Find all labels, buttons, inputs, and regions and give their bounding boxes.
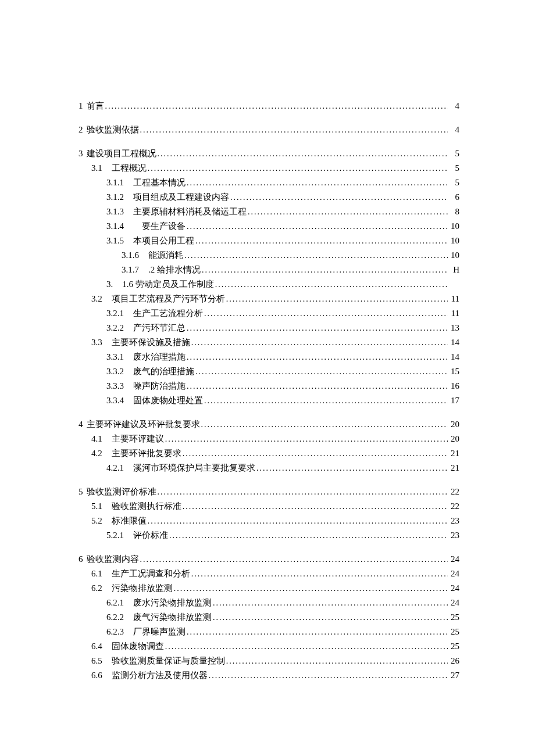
toc-entry-page: 10 bbox=[449, 222, 459, 231]
toc-entry-page: 6 bbox=[449, 193, 459, 202]
toc-entry-page: 4 bbox=[449, 102, 459, 110]
toc-entry-title: 验收监测执行标准 bbox=[112, 502, 181, 511]
toc-entry-number: 3.3.2 bbox=[106, 367, 124, 376]
toc-entry-page: 24 bbox=[449, 569, 459, 578]
toc-entry-number: 3. bbox=[106, 280, 113, 289]
toc-entry-number: 3.3.4 bbox=[106, 396, 124, 405]
toc-leader-dots bbox=[215, 281, 448, 289]
toc-entry-page: 11 bbox=[449, 309, 459, 318]
toc-entry: 3.2.1生产工艺流程分析11 bbox=[79, 309, 459, 318]
toc-leader-dots bbox=[184, 252, 448, 260]
toc-page: 1前言42验收监测依据43建设项目工程概况53.1工程概况53.1.1工程基本情… bbox=[0, 0, 535, 756]
toc-entry-page: 25 bbox=[449, 642, 459, 651]
toc-entry-page: 14 bbox=[449, 338, 459, 347]
toc-entry: 1前言4 bbox=[79, 102, 459, 110]
toc-entry: 3.1.6 劳动定员及工作制度 bbox=[79, 280, 459, 289]
toc-entry: 3.1工程概况5 bbox=[79, 164, 459, 173]
toc-leader-dots bbox=[158, 488, 448, 496]
toc-entry-number: 4.2 bbox=[91, 449, 102, 458]
toc-entry-page: 24 bbox=[449, 555, 459, 564]
toc-leader-dots bbox=[256, 464, 448, 472]
toc-leader-dots bbox=[105, 102, 448, 110]
toc-entry: 5.2标准限值23 bbox=[79, 517, 459, 525]
toc-entry-title: 验收监测依据 bbox=[87, 126, 139, 134]
toc-entry-page: 11 bbox=[449, 295, 459, 303]
toc-leader-dots bbox=[202, 266, 448, 274]
toc-entry-number: 6.2.3 bbox=[106, 628, 124, 636]
toc-leader-dots bbox=[187, 223, 448, 231]
toc-entry: 3.1.4 要生产设备10 bbox=[79, 222, 459, 231]
toc-entry: 6.1生产工况调查和分析24 bbox=[79, 569, 459, 578]
toc-entry: 3.1.6能源消耗10 bbox=[79, 251, 459, 260]
toc-entry: 3.2项目工艺流程及产污环节分析11 bbox=[79, 295, 459, 303]
toc-entry: 6.2.2废气污染物排放监测25 bbox=[79, 613, 459, 622]
toc-leader-dots bbox=[213, 599, 448, 607]
toc-entry-number: 4 bbox=[79, 420, 83, 429]
toc-entry-title: 产污环节汇总 bbox=[133, 324, 186, 332]
toc-leader-dots bbox=[165, 643, 448, 651]
toc-entry: 3.2.2产污环节汇总13 bbox=[79, 324, 459, 332]
toc-entry-number: 3.3.3 bbox=[106, 382, 124, 390]
toc-entry-page: 16 bbox=[449, 382, 459, 390]
toc-leader-dots bbox=[140, 556, 448, 564]
toc-leader-dots bbox=[201, 421, 448, 429]
toc-leader-dots bbox=[204, 310, 448, 318]
toc-entry: 4.2主要环评批复要求21 bbox=[79, 449, 459, 458]
toc-entry-title: 生产工艺流程分析 bbox=[133, 309, 203, 318]
toc-entry: 4.1主要环评建议20 bbox=[79, 435, 459, 443]
toc-entry-title: 监测分析方法及使用仪器 bbox=[112, 671, 208, 680]
toc-entry-page: 20 bbox=[449, 420, 459, 429]
toc-leader-dots bbox=[187, 628, 448, 636]
toc-entry: 3.1.3主要原辅材料消耗及储运工程8 bbox=[79, 207, 459, 216]
toc-entry-number: 5.1 bbox=[91, 502, 102, 511]
toc-entry: 3.3.1废水治理措施14 bbox=[79, 353, 459, 361]
toc-entry-title: 验收监测质量保证与质量控制 bbox=[112, 657, 225, 665]
toc-entry-number: 5.2 bbox=[91, 517, 102, 525]
toc-entry: 4.2.1溪河市环境保护局主要批复要求21 bbox=[79, 464, 459, 472]
toc-entry: 5.1验收监测执行标准22 bbox=[79, 502, 459, 511]
toc-entry: 3.1.1工程基本情况5 bbox=[79, 178, 459, 187]
toc-leader-dots bbox=[158, 150, 448, 158]
toc-entry-title: 本项目公用工程 bbox=[133, 237, 194, 245]
toc-entry-number: 2 bbox=[79, 126, 83, 134]
toc-entry-number: 3.1.4 bbox=[106, 222, 124, 231]
toc-entry-page: 26 bbox=[449, 657, 459, 665]
toc-entry: 4主要环评建议及环评批复要求20 bbox=[79, 420, 459, 429]
toc-leader-dots bbox=[187, 382, 448, 390]
toc-entry-number: 3.2.2 bbox=[106, 324, 124, 332]
toc-entry-title: .2 给排水情况 bbox=[148, 266, 201, 274]
toc-entry-page: 10 bbox=[449, 237, 459, 245]
toc-leader-dots bbox=[230, 194, 448, 202]
toc-entry-page: 25 bbox=[449, 613, 459, 622]
toc-entry-page: 24 bbox=[449, 599, 459, 607]
toc-entry-title: 溪河市环境保护局主要批复要求 bbox=[133, 464, 255, 472]
toc-entry-title: 噪声防治措施 bbox=[133, 382, 186, 390]
toc-entry-title: 废气污染物排放监测 bbox=[133, 613, 212, 622]
toc-entry-number: 4.2.1 bbox=[106, 464, 124, 472]
toc-entry-number: 6 bbox=[79, 555, 83, 564]
toc-entry: 6.6监测分析方法及使用仪器27 bbox=[79, 671, 459, 680]
toc-leader-dots bbox=[195, 237, 448, 245]
toc-entry-title: 固体废物处理处置 bbox=[133, 396, 203, 405]
toc-entry: 3.3.4固体废物处理处置17 bbox=[79, 396, 459, 405]
toc-entry: 6.2污染物排放监测24 bbox=[79, 584, 459, 593]
toc-entry-title: 废水污染物排放监测 bbox=[133, 599, 212, 607]
toc-entry: 6.4固体废物调查25 bbox=[79, 642, 459, 651]
toc-leader-dots bbox=[140, 126, 448, 134]
toc-entry-title: 工程基本情况 bbox=[133, 178, 186, 187]
toc-entry-page: 4 bbox=[449, 126, 459, 134]
toc-leader-dots bbox=[248, 208, 448, 216]
toc-entry-title: 评价标准 bbox=[133, 531, 168, 540]
toc-entry: 3.1.7.2 给排水情况H bbox=[79, 266, 459, 274]
toc-entry-number: 5 bbox=[79, 488, 83, 496]
toc-entry: 2验收监测依据4 bbox=[79, 126, 459, 134]
toc-entry-page: 25 bbox=[449, 628, 459, 636]
toc-entry-number: 3.1.2 bbox=[106, 193, 124, 202]
toc-leader-dots bbox=[148, 517, 448, 525]
toc-entry-title: 主要环评建议 bbox=[112, 435, 164, 443]
toc-leader-dots bbox=[226, 295, 448, 303]
toc-entry-number: 6.1 bbox=[91, 569, 102, 578]
toc-entry: 6.2.1废水污染物排放监测24 bbox=[79, 599, 459, 607]
toc-entry: 6验收监测内容24 bbox=[79, 555, 459, 564]
toc-leader-dots bbox=[174, 585, 448, 593]
